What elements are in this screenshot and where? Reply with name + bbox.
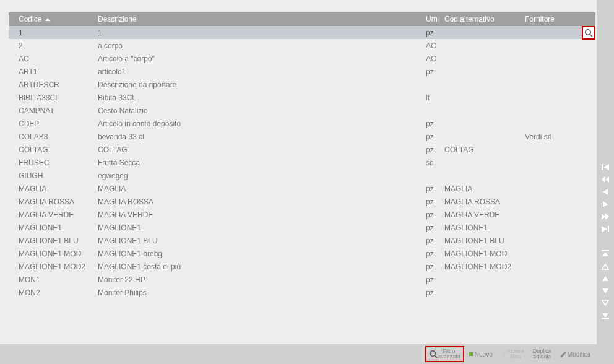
- table-row[interactable]: MON2Monitor Philipspz: [9, 286, 595, 299]
- cell-descr: MAGLIA ROSSA: [95, 197, 423, 206]
- table-row[interactable]: MAGLIAMAGLIApzMAGLIA: [9, 182, 595, 195]
- svg-marker-15: [602, 252, 608, 256]
- svg-marker-16: [602, 264, 608, 269]
- cell-codice: ARTDESCR: [16, 80, 95, 89]
- reset-filter-label: Azzera filtro: [507, 349, 524, 360]
- svg-marker-19: [602, 300, 608, 305]
- scroll-page-up-icon[interactable]: [599, 261, 612, 272]
- cell-codice: GIUGH: [16, 171, 95, 180]
- cell-descr: Articolo in conto deposito: [95, 119, 423, 128]
- column-header-um[interactable]: Um: [423, 15, 442, 24]
- table-row[interactable]: MAGLIA ROSSAMAGLIA ROSSApzMAGLIA ROSSA: [9, 195, 595, 208]
- cell-descr: Monitor Philips: [95, 288, 423, 297]
- table-row[interactable]: FRUSECFrutta Seccasc: [9, 156, 595, 169]
- svg-marker-8: [603, 189, 608, 195]
- cell-descr: MAGLIONE1: [95, 223, 423, 232]
- modify-button[interactable]: Modifica: [556, 346, 594, 362]
- table-row[interactable]: MAGLIONE1 MOD2MAGLIONE1 costa di piùpzMA…: [9, 260, 595, 273]
- cell-codice: FRUSEC: [16, 158, 95, 167]
- column-header-descrizione[interactable]: Descrizione: [95, 15, 423, 24]
- table-row[interactable]: MAGLIONE1 MODMAGLIONE1 brebgpzMAGLIONE1 …: [9, 247, 595, 260]
- cell-codice: MAGLIA ROSSA: [16, 197, 95, 206]
- scroll-bottom-icon[interactable]: [599, 310, 612, 321]
- svg-marker-7: [605, 176, 609, 183]
- cell-alt: MAGLIONE1 MOD: [442, 249, 522, 258]
- table-row[interactable]: ACArticolo a "corpo"AC: [9, 52, 595, 65]
- scroll-page-down-icon[interactable]: [599, 298, 612, 309]
- column-header-codalt[interactable]: Cod.alternativo: [442, 15, 522, 24]
- cell-descr: articolo1: [95, 67, 423, 76]
- table-row[interactable]: CDEPArticolo in conto depositopz: [9, 117, 595, 130]
- svg-point-0: [586, 30, 590, 35]
- table-row[interactable]: MAGLIA VERDEMAGLIA VERDEpzMAGLIA VERDE: [9, 208, 595, 221]
- cell-alt: MAGLIA VERDE: [442, 210, 522, 219]
- column-header-codice[interactable]: Codice: [16, 15, 95, 24]
- scroll-up-icon[interactable]: [599, 273, 612, 284]
- cell-descr: MAGLIA VERDE: [95, 210, 423, 219]
- cell-alt: MAGLIA ROSSA: [442, 197, 522, 206]
- nav-prev-fast-icon[interactable]: [599, 174, 612, 185]
- cell-descr: MAGLIONE1 brebg: [95, 249, 423, 258]
- table-row[interactable]: CAMPNATCesto Natalizio: [9, 104, 595, 117]
- bottom-toolbar: Filtro avanzato Nuovo Azzera filtro Dupl…: [0, 344, 597, 364]
- table-row[interactable]: COLAB3bevanda 33 clpzVerdi srl: [9, 130, 595, 143]
- cell-codice: MON1: [16, 275, 95, 284]
- nav-prev-icon[interactable]: [599, 186, 612, 197]
- cell-alt: MAGLIONE1 MOD2: [442, 262, 522, 271]
- pencil-icon: [560, 350, 568, 358]
- table-row[interactable]: 11pz: [9, 26, 595, 39]
- cell-um: pz: [423, 262, 442, 271]
- new-label: Nuovo: [475, 351, 493, 358]
- nav-next-fast-icon[interactable]: [599, 211, 612, 222]
- cell-codice: MAGLIONE1 MOD2: [16, 262, 95, 271]
- duplicate-label: Duplica articolo: [533, 349, 551, 360]
- table-row[interactable]: MAGLIONE1MAGLIONE1pzMAGLIONE1: [9, 221, 595, 234]
- filter-label-line2: avanzato: [438, 354, 460, 360]
- table-row[interactable]: 2a corpoAC: [9, 39, 595, 52]
- svg-line-1: [590, 34, 592, 37]
- svg-marker-5: [603, 164, 609, 170]
- header-search-button[interactable]: [582, 26, 595, 40]
- cell-codice: AC: [16, 54, 95, 63]
- cell-alt: MAGLIONE1: [442, 223, 522, 232]
- scroll-down-icon[interactable]: [599, 285, 612, 297]
- cell-um: pz: [423, 249, 442, 258]
- table-row[interactable]: MAGLIONE1 BLUMAGLIONE1 BLUpzMAGLIONE1 BL…: [9, 234, 595, 247]
- nav-last-icon[interactable]: [599, 223, 612, 235]
- nav-next-icon[interactable]: [599, 199, 612, 210]
- sort-asc-icon: [45, 18, 50, 21]
- svg-marker-11: [605, 214, 609, 220]
- cell-codice: COLTAG: [16, 145, 95, 154]
- column-label: Codice: [19, 15, 41, 24]
- cell-codice: COLAB3: [16, 132, 95, 141]
- cell-um: pz: [423, 145, 442, 154]
- cell-codice: MAGLIONE1 MOD: [16, 249, 95, 258]
- svg-marker-10: [602, 214, 605, 220]
- cell-um: pz: [423, 132, 442, 141]
- cell-um: pz: [423, 275, 442, 284]
- cell-alt: COLTAG: [442, 145, 522, 154]
- reset-filter-button[interactable]: Azzera filtro: [498, 346, 528, 362]
- table-row[interactable]: ARTDESCRDescrizione da riportare: [9, 78, 595, 91]
- duplicate-article-button[interactable]: Duplica articolo: [529, 346, 555, 362]
- search-icon: [584, 28, 593, 37]
- filter-advanced-button[interactable]: Filtro avanzato: [425, 346, 464, 362]
- cell-descr: MAGLIONE1 costa di più: [95, 262, 423, 271]
- cell-um: pz: [423, 184, 442, 193]
- table-row[interactable]: BIBITA33CLBibita 33CLlt: [9, 91, 595, 104]
- table-row[interactable]: COLTAGCOLTAGpzCOLTAG: [9, 143, 595, 156]
- svg-rect-14: [602, 250, 609, 251]
- table-row[interactable]: MON1Monitor 22 HPpz: [9, 273, 595, 286]
- table-row[interactable]: GIUGHegwegeg: [9, 169, 595, 182]
- svg-marker-17: [602, 276, 608, 281]
- table-row[interactable]: ART1articolo1pz: [9, 65, 595, 78]
- cell-forn: Verdi srl: [522, 132, 595, 141]
- cell-um: pz: [423, 223, 442, 232]
- cell-codice: MAGLIONE1 BLU: [16, 236, 95, 245]
- cell-um: pz: [423, 236, 442, 245]
- column-header-fornitore[interactable]: Fornitore: [522, 15, 595, 24]
- new-button[interactable]: Nuovo: [465, 346, 496, 362]
- svg-point-2: [430, 351, 435, 356]
- nav-first-icon[interactable]: [599, 162, 612, 173]
- scroll-top-icon[interactable]: [599, 248, 612, 259]
